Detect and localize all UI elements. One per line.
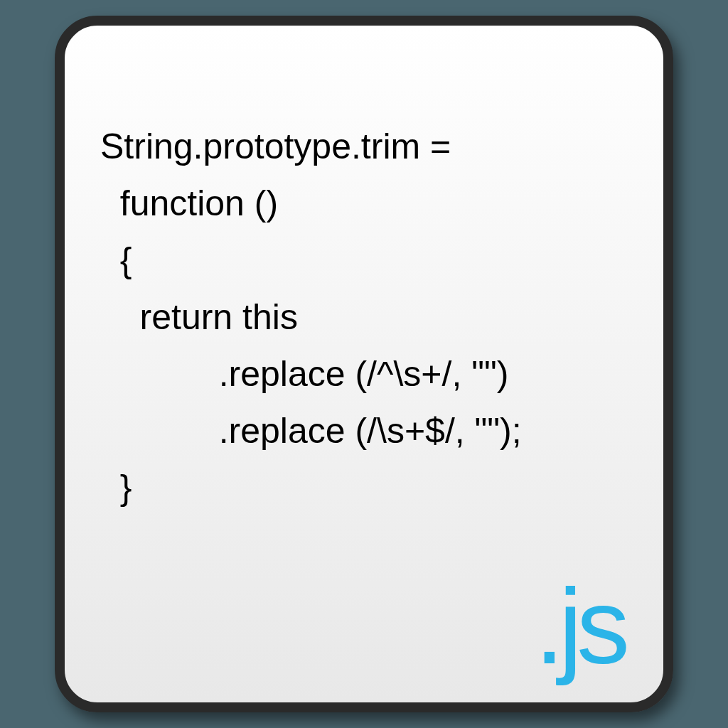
code-line: .replace (/^\s+/, ""): [100, 354, 508, 394]
code-line: return this: [100, 297, 298, 337]
file-extension-label: .js: [535, 565, 624, 688]
javascript-file-icon: String.prototype.trim = function () { re…: [55, 16, 673, 712]
code-snippet: String.prototype.trim = function () { re…: [100, 61, 635, 516]
code-line: {: [100, 240, 132, 280]
code-line: String.prototype.trim =: [100, 127, 451, 166]
code-line: function (): [100, 183, 278, 223]
code-line: }: [100, 468, 132, 508]
code-line: .replace (/\s+$/, "");: [100, 411, 522, 451]
